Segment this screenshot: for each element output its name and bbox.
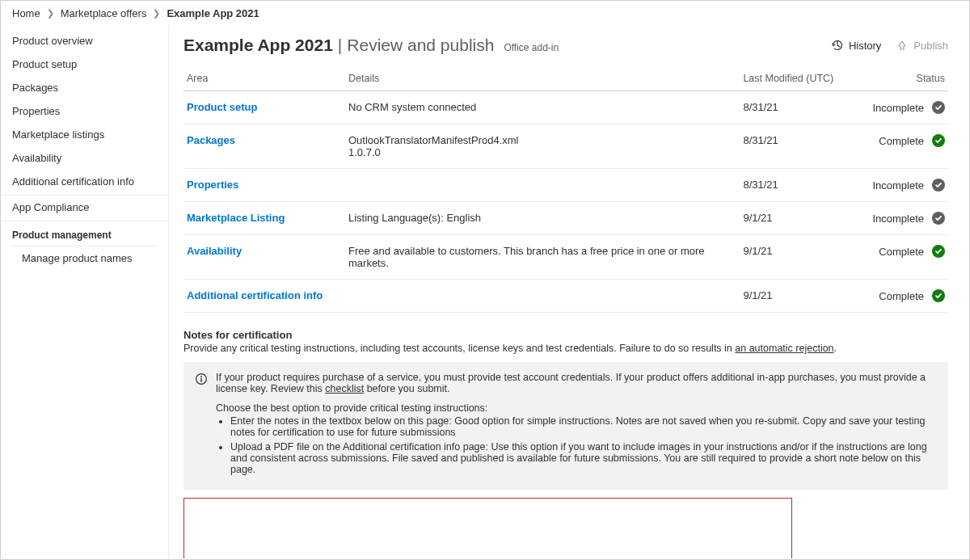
breadcrumb: Home ❯ Marketplace offers ❯ Example App … bbox=[1, 1, 969, 24]
notes-title: Notes for certification bbox=[183, 329, 948, 341]
sidebar-header-product-management: Product management bbox=[1, 221, 168, 246]
details-cell bbox=[345, 169, 740, 202]
sidebar-item-product-setup[interactable]: Product setup bbox=[1, 53, 168, 76]
area-link[interactable]: Additional certification info bbox=[187, 289, 323, 301]
page-title-section: Review and publish bbox=[347, 36, 494, 55]
details-cell: Free and available to customers. This br… bbox=[345, 235, 740, 280]
status-cell: Complete bbox=[869, 124, 948, 169]
area-link[interactable]: Marketplace Listing bbox=[187, 212, 285, 224]
table-row: AvailabilityFree and available to custom… bbox=[183, 235, 948, 280]
sidebar-item-properties[interactable]: Properties bbox=[1, 99, 168, 123]
table-row: PackagesOutlookTranslatorManifestProd4.x… bbox=[183, 124, 948, 169]
checkmark-icon bbox=[932, 289, 945, 302]
sidebar-item-manage-product-names[interactable]: Manage product names bbox=[1, 246, 168, 270]
additional-cert-info-link[interactable]: Additional certification info bbox=[343, 441, 460, 453]
checkmark-icon bbox=[932, 245, 945, 258]
publish-icon bbox=[896, 39, 909, 52]
status-cell: Incomplete bbox=[869, 202, 948, 235]
area-link[interactable]: Availability bbox=[187, 245, 242, 257]
checklist-link[interactable]: checklist bbox=[325, 383, 364, 394]
notes-textarea[interactable] bbox=[183, 498, 792, 558]
sidebar-item-app-compliance[interactable]: App Compliance bbox=[1, 196, 168, 219]
status-cell: Complete bbox=[869, 280, 948, 313]
status-cell: Incomplete bbox=[869, 91, 948, 124]
notes-option-1: Enter the notes in the textbox below on … bbox=[230, 415, 937, 438]
checkmark-icon bbox=[932, 101, 945, 114]
date-cell: 8/31/21 bbox=[740, 169, 869, 202]
details-cell: OutlookTranslatorManifestProd4.xml1.0.7.… bbox=[345, 124, 740, 169]
page-title-app: Example App 2021 bbox=[183, 36, 333, 55]
chevron-right-icon: ❯ bbox=[47, 8, 54, 19]
area-link[interactable]: Properties bbox=[187, 179, 238, 191]
history-label: History bbox=[849, 40, 881, 52]
details-cell: No CRM system connected bbox=[345, 91, 740, 124]
area-link[interactable]: Packages bbox=[187, 134, 235, 146]
col-header-area: Area bbox=[183, 69, 345, 91]
svg-point-1 bbox=[200, 376, 202, 377]
automatic-rejection-link[interactable]: an automatic rejection bbox=[735, 343, 833, 354]
status-label: Complete bbox=[879, 290, 924, 302]
review-table: Area Details Last Modified (UTC) Status … bbox=[183, 69, 948, 313]
svg-rect-2 bbox=[200, 378, 201, 382]
table-row: Product setupNo CRM system connected8/31… bbox=[183, 91, 948, 124]
sidebar-item-packages[interactable]: Packages bbox=[1, 76, 168, 99]
publish-button-top: Publish bbox=[896, 39, 948, 52]
status-label: Complete bbox=[879, 135, 924, 147]
sidebar-item-additional-certification-info[interactable]: Additional certification info bbox=[1, 170, 168, 193]
notes-description: Provide any critical testing instruction… bbox=[183, 343, 948, 354]
publish-label-top: Publish bbox=[913, 40, 948, 52]
status-label: Complete bbox=[879, 246, 924, 258]
table-row: Additional certification info9/1/21Compl… bbox=[183, 280, 948, 313]
col-header-details: Details bbox=[345, 69, 740, 91]
status-label: Incomplete bbox=[872, 179, 924, 192]
date-cell: 8/31/21 bbox=[740, 91, 869, 124]
history-button[interactable]: History bbox=[831, 39, 881, 52]
date-cell: 9/1/21 bbox=[740, 202, 869, 235]
date-cell: 9/1/21 bbox=[740, 235, 869, 280]
title-separator: | bbox=[338, 36, 342, 55]
sidebar-item-availability[interactable]: Availability bbox=[1, 146, 168, 170]
checkmark-icon bbox=[932, 212, 945, 225]
checkmark-icon bbox=[932, 134, 945, 147]
status-label: Incomplete bbox=[872, 213, 924, 225]
date-cell: 8/31/21 bbox=[740, 124, 869, 169]
page-subtitle: Office add-in bbox=[504, 42, 559, 53]
details-cell bbox=[345, 280, 740, 313]
table-row: Marketplace ListingListing Language(s): … bbox=[183, 202, 948, 235]
table-row: Properties8/31/21Incomplete bbox=[183, 169, 948, 202]
notes-choose-heading: Choose the best option to provide critic… bbox=[216, 402, 937, 414]
main-content: Example App 2021 | Review and publish Of… bbox=[169, 24, 969, 558]
checkmark-icon bbox=[932, 179, 945, 192]
breadcrumb-current: Example App 2021 bbox=[167, 7, 259, 19]
notes-info-box: If your product requires purchase of a s… bbox=[183, 362, 948, 490]
breadcrumb-home[interactable]: Home bbox=[12, 7, 40, 19]
notes-option-2: Upload a PDF file on the Additional cert… bbox=[230, 441, 937, 475]
date-cell: 9/1/21 bbox=[740, 280, 869, 313]
sidebar-item-product-overview[interactable]: Product overview bbox=[1, 29, 168, 53]
col-header-date: Last Modified (UTC) bbox=[740, 69, 869, 91]
status-cell: Incomplete bbox=[869, 169, 948, 202]
sidebar-item-marketplace-listings[interactable]: Marketplace listings bbox=[1, 123, 168, 146]
sidebar: Product overview Product setup Packages … bbox=[1, 24, 169, 558]
status-cell: Complete bbox=[869, 235, 948, 280]
area-link[interactable]: Product setup bbox=[187, 101, 257, 113]
info-icon bbox=[195, 373, 208, 388]
col-header-status: Status bbox=[869, 69, 948, 91]
status-label: Incomplete bbox=[872, 102, 924, 114]
details-cell: Listing Language(s): English bbox=[345, 202, 740, 235]
history-icon bbox=[831, 39, 844, 52]
chevron-right-icon: ❯ bbox=[153, 8, 160, 19]
breadcrumb-offers[interactable]: Marketplace offers bbox=[61, 7, 147, 19]
